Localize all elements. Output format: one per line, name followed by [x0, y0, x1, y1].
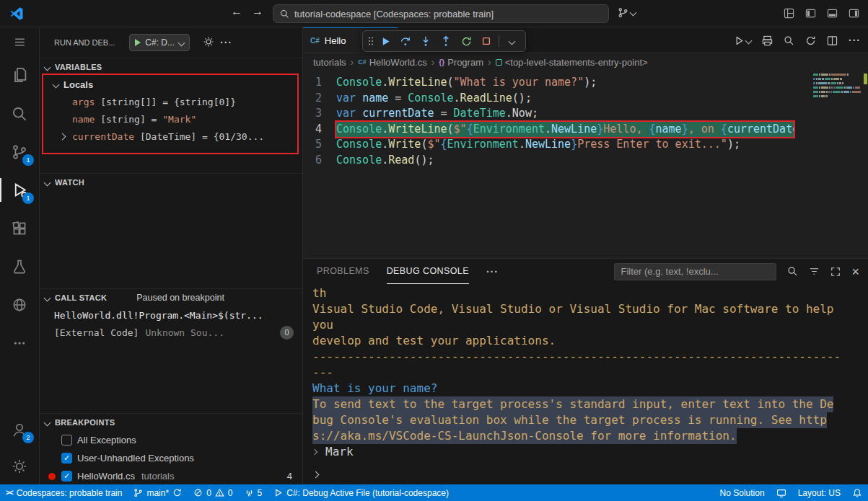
breadcrumb-item[interactable]: {}Program [439, 57, 483, 68]
code-line-2[interactable]: 2var name = Console.ReadLine(); [303, 91, 868, 107]
console-line[interactable]: bug Console's evaluation box while the t… [312, 412, 868, 428]
watch-section-header[interactable]: WATCH [40, 174, 302, 191]
branch-indicator[interactable]: main* [128, 484, 188, 501]
call-stack-section-header[interactable]: CALL STACK Paused on breakpoint [40, 289, 302, 306]
toggle-sidebar-left-icon[interactable] [805, 8, 816, 19]
breadcrumb-item[interactable]: C#HelloWorld.cs [358, 57, 426, 68]
console-line[interactable]: th [312, 285, 868, 301]
maximize-panel-icon[interactable] [830, 267, 841, 277]
line-number[interactable]: 3 [303, 106, 336, 122]
console-line[interactable]: you [312, 317, 868, 333]
stop-button[interactable] [477, 32, 496, 50]
breakpoints-section-header[interactable]: BREAKPOINTS [40, 414, 302, 431]
command-center-search[interactable]: tutorial-codespace [Codespaces: probable… [273, 4, 609, 23]
locals-scope-row[interactable]: Locals [40, 76, 302, 93]
notifications-button[interactable] [846, 484, 868, 501]
sidebar-item-source-control[interactable]: 1 [0, 133, 39, 171]
breadcrumb-item[interactable]: tutorials [313, 57, 346, 68]
line-number[interactable]: 2 [303, 91, 336, 107]
search-editor-icon[interactable] [784, 35, 794, 46]
line-number[interactable]: 6 [303, 153, 336, 169]
panel-more-tabs-button[interactable]: ··· [486, 266, 499, 278]
sidebar-item-remote-explorer[interactable] [0, 285, 39, 324]
sidebar-item-explorer[interactable] [0, 56, 39, 94]
stack-frame-row[interactable]: HelloWorld.dll!Program.<Main>$(str... [40, 306, 302, 324]
settings-button[interactable] [0, 448, 39, 484]
console-line[interactable]: Mark [312, 444, 868, 460]
additional-views-button[interactable] [0, 324, 39, 362]
debug-toolbar-dropdown[interactable] [502, 32, 521, 50]
code-editor[interactable]: 1Console.WriteLine("What is your name?")… [303, 71, 868, 168]
close-panel-icon[interactable]: × [851, 265, 859, 278]
code-line-1[interactable]: 1Console.WriteLine("What is your name?")… [303, 75, 868, 91]
step-over-button[interactable] [396, 32, 415, 50]
sidebar-item-search[interactable] [0, 94, 39, 133]
debug-console-input[interactable] [303, 465, 868, 484]
search-icon[interactable] [787, 266, 798, 277]
toggle-panel-icon[interactable] [827, 8, 838, 19]
console-line[interactable]: Visual Studio Code, Visual Studio or Vis… [312, 301, 868, 317]
code-line-3[interactable]: 3var currentDate = DateTime.Now; [303, 106, 868, 122]
code-line-5[interactable]: 5Console.Write($"{Environment.NewLine}Pr… [303, 137, 868, 153]
start-debugging-icon[interactable] [135, 39, 141, 46]
variable-row[interactable]: name [string] = "Mark" [40, 110, 302, 128]
console-line[interactable]: --- [312, 365, 868, 381]
sidebar-item-run-debug[interactable]: 1 [0, 171, 39, 209]
step-into-button[interactable] [416, 32, 435, 50]
variable-row[interactable]: args [string[]] = {string[0]} [40, 93, 302, 110]
console-filter-input[interactable] [614, 263, 776, 280]
refresh-icon[interactable] [805, 35, 816, 46]
breakpoint-row[interactable]: All Exceptions [40, 431, 302, 449]
screencast-button[interactable] [771, 484, 792, 501]
breakpoint-checkbox[interactable]: ✓ [61, 453, 72, 464]
debug-settings-button[interactable] [203, 36, 214, 50]
line-number[interactable]: 5 [303, 137, 336, 153]
breakpoint-checkbox[interactable]: ✓ [61, 471, 72, 482]
panel-tab-debug-console[interactable]: DEBUG CONSOLE [387, 259, 469, 284]
panel-tab-problems[interactable]: PROBLEMS [317, 259, 369, 284]
code-line-4[interactable]: 4Console.WriteLine($"{Environment.NewLin… [303, 122, 868, 138]
code-line-6[interactable]: 6Console.Read(); [303, 153, 868, 169]
breakpoint-row[interactable]: ✓User-Unhandled Exceptions [40, 449, 302, 467]
sidebar-item-extensions[interactable] [0, 209, 39, 247]
line-number[interactable]: 1 [303, 75, 336, 91]
debug-status[interactable]: C#: Deb­ug Active File (tutorial-codespa… [268, 484, 455, 501]
breakpoint-checkbox[interactable] [61, 435, 72, 445]
split-editor-icon[interactable] [827, 35, 838, 46]
console-line[interactable]: What is your name? [312, 381, 868, 396]
debug-config-dropdown[interactable]: C#: D... [129, 34, 190, 51]
breakpoint-row[interactable]: ✓HelloWorld.cstutorials4 [40, 467, 302, 484]
customize-layout-icon[interactable] [784, 8, 794, 19]
breadcrumb-item[interactable]: <top-level-statements-entry-point> [496, 57, 648, 68]
console-line[interactable]: ----------------------------------------… [312, 349, 868, 365]
filter-icon[interactable] [809, 266, 820, 277]
forward-button[interactable]: → [252, 5, 263, 18]
drag-grip-icon[interactable] [367, 35, 374, 47]
views-more-actions-button[interactable]: ··· [220, 37, 232, 48]
restart-button[interactable] [457, 32, 475, 50]
menu-button[interactable] [0, 27, 39, 56]
keyboard-layout[interactable]: Layout: US [792, 484, 846, 501]
console-line[interactable]: To send text to the target process's sta… [312, 396, 868, 412]
toggle-sidebar-right-icon[interactable] [849, 8, 859, 19]
sidebar-item-testing[interactable] [0, 247, 39, 285]
back-button[interactable]: ← [231, 5, 242, 18]
stack-frame-row[interactable]: [External Code]Unknown Sou...0 [40, 324, 302, 341]
continue-button[interactable] [376, 32, 395, 50]
print-icon[interactable] [762, 35, 773, 46]
expand-chevron-icon[interactable] [60, 134, 72, 139]
variables-section-header[interactable]: VARIABLES [40, 58, 302, 76]
solution-status[interactable]: No Solution [714, 484, 771, 501]
run-button[interactable] [734, 35, 751, 46]
remote-indicator[interactable]: >< Codespaces: probable train [0, 484, 128, 501]
source-control-sync-button[interactable] [618, 7, 636, 18]
step-out-button[interactable] [437, 32, 455, 50]
minimap[interactable] [813, 74, 861, 99]
console-line[interactable]: develop and test your applications. [312, 333, 868, 349]
debug-console-output[interactable]: thVisual Studio Code, Visual Studio or V… [303, 284, 868, 465]
variable-row[interactable]: currentDate [DateTime] = {01/30... [40, 128, 302, 145]
ports-indicator[interactable]: 5 [239, 484, 268, 501]
problems-indicator[interactable]: 0 0 [188, 484, 238, 501]
line-number[interactable]: 4 [303, 122, 336, 138]
accounts-button[interactable]: 2 [0, 412, 39, 448]
